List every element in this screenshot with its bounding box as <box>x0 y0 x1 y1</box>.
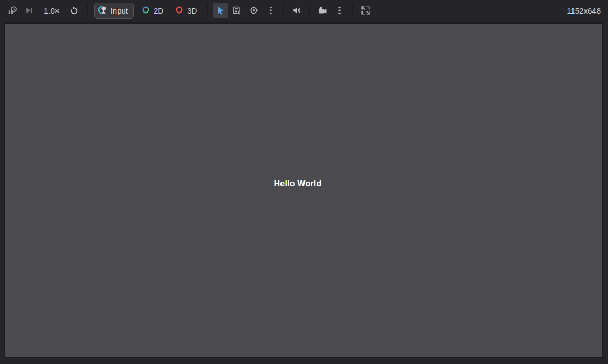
camera-override-icon <box>318 6 328 15</box>
fullscreen-button[interactable] <box>358 3 373 18</box>
mode-2d-button[interactable]: 2D <box>137 4 168 18</box>
separator <box>352 5 353 16</box>
next-frame-icon <box>25 6 34 15</box>
separator <box>87 5 88 16</box>
reset-speed-button[interactable] <box>66 3 82 18</box>
audio-button[interactable] <box>289 3 305 18</box>
separator <box>283 5 284 16</box>
camera-menu-button[interactable] <box>332 3 347 18</box>
joypad-icon <box>98 5 108 16</box>
focus-button[interactable] <box>246 3 262 18</box>
next-frame-button[interactable] <box>21 3 37 18</box>
game-viewport[interactable]: Hello World <box>4 22 603 358</box>
circle-3d-icon <box>175 6 183 16</box>
game-toolbar: 1.0× Input <box>0 0 608 21</box>
suspend-button[interactable] <box>5 3 20 18</box>
resolution-label: 1152x648 <box>567 6 601 15</box>
hello-world-label: Hello World <box>274 179 322 189</box>
reset-speed-icon <box>69 6 79 15</box>
camera-override-button[interactable] <box>315 3 331 18</box>
selection-menu-button[interactable] <box>263 3 278 18</box>
select-mode-button[interactable] <box>213 3 228 18</box>
mode-3d-label: 3D <box>187 6 197 15</box>
input-mode-label: Input <box>111 6 128 15</box>
node-picker-icon <box>232 6 242 15</box>
speed-multiplier[interactable]: 1.0× <box>44 6 60 15</box>
separator <box>309 5 310 16</box>
kebab-menu-icon <box>335 6 344 15</box>
input-mode-button[interactable]: Input <box>94 3 134 19</box>
select-cursor-icon <box>216 6 225 15</box>
suspend-icon <box>8 6 17 15</box>
node-picker-button[interactable] <box>229 3 245 18</box>
game-view-panel: Hello World <box>0 21 608 363</box>
separator <box>207 5 208 16</box>
kebab-menu-icon <box>266 6 275 15</box>
mode-2d-label: 2D <box>154 6 163 15</box>
circle-2d-icon <box>142 6 150 16</box>
mode-3d-button[interactable]: 3D <box>170 4 202 18</box>
focus-icon <box>249 6 259 15</box>
audio-icon <box>292 6 301 15</box>
fullscreen-icon <box>361 6 370 15</box>
